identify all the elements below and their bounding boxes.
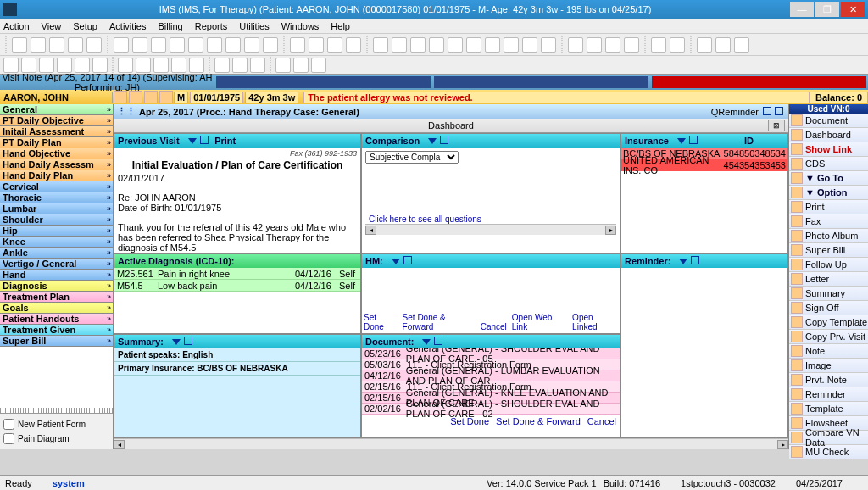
toolbar-icon[interactable] [290,37,305,53]
panel-toggle-icon[interactable] [689,136,698,144]
rnav-summary[interactable]: Summary [789,287,868,301]
toolbar-icon[interactable] [373,37,388,53]
subtool-icon[interactable] [57,58,72,73]
document-row[interactable]: 05/23/16General (GENERAL) - SHOULDER EVA… [362,348,620,359]
panel-toggle-icon[interactable] [691,256,699,264]
collapse-icon[interactable] [428,138,437,144]
hm-link[interactable]: Set Done [364,313,398,331]
toolbar-icon[interactable] [448,37,463,53]
document-row[interactable]: 04/12/16General (GENERAL) - LUMBAR EVALU… [362,370,620,381]
subtool-icon[interactable] [250,58,265,73]
nav-pt-daily-objective[interactable]: PT Daily Objective» [0,115,113,126]
subtool-icon[interactable] [136,58,151,73]
document-row[interactable]: 02/02/16General (GENERAL) - SHOULDER EVA… [362,404,620,415]
menu-billing[interactable]: Billing [158,21,182,31]
nav-diagnosis[interactable]: Diagnosis» [0,281,113,292]
subtool-icon[interactable] [293,58,309,73]
scroll-left-icon[interactable]: ◂ [365,226,376,235]
patient-icon[interactable] [129,91,142,103]
subtool-icon[interactable] [171,58,186,73]
toolbar-icon[interactable] [151,37,166,53]
toolbar-icon[interactable] [263,37,278,53]
toolbar-icon[interactable] [309,37,324,53]
rnav-copy-template[interactable]: Copy Template [789,315,868,330]
menu-reports[interactable]: Reports [195,21,228,31]
diagnosis-row[interactable]: M54.5Low back pain04/12/16Self [114,280,360,292]
toolbar-icon[interactable] [734,37,749,53]
patient-icon[interactable] [159,91,173,103]
rnav-copy-prv-visit[interactable]: Copy Prv. Visit [789,330,868,344]
qreminder-toggle-icon[interactable] [763,107,771,115]
toolbar-icon[interactable] [132,37,147,53]
toolbar-icon[interactable] [188,37,203,53]
subtool-icon[interactable] [118,58,133,73]
menu-setup[interactable]: Setup [73,21,97,31]
toolbar-icon[interactable] [485,37,500,53]
visit-close-icon[interactable] [652,76,866,88]
panel-toggle-icon[interactable] [200,136,209,144]
toolbar-icon[interactable] [715,37,731,53]
rnav-photo-album[interactable]: Photo Album [789,229,868,243]
see-all-questions-link[interactable]: Click here to see all questions [365,214,616,224]
doc-action-link[interactable]: Set Done [450,416,489,426]
print-link[interactable]: Print [214,136,236,146]
rnav-document[interactable]: Document [789,114,868,128]
nav-hand-objective[interactable]: Hand Objective» [0,148,113,159]
dashboard-close-icon[interactable]: ⊠ [768,120,785,131]
hm-link[interactable]: Open Web Link [512,313,567,331]
toolbar-icon[interactable] [429,37,444,53]
toolbar-icon[interactable] [670,37,685,53]
scroll-left-icon[interactable]: ◂ [114,440,125,449]
panel-toggle-icon[interactable] [440,136,448,144]
toolbar-icon[interactable] [392,37,407,53]
hm-link[interactable]: Set Done & Forward [403,313,476,331]
subtool-icon[interactable] [3,58,19,73]
subtool-icon[interactable] [311,58,326,73]
toolbar-icon[interactable] [624,37,639,53]
subtool-icon[interactable] [232,58,248,73]
comparison-select[interactable]: Subjective Compla [365,151,459,164]
nav-patient-handouts[interactable]: Patient Handouts» [0,314,113,325]
toolbar-icon[interactable] [410,37,426,53]
collapse-icon[interactable] [679,259,687,264]
visit-maximize-icon[interactable] [434,76,648,88]
nav-pt-daily-plan[interactable]: PT Daily Plan» [0,137,113,148]
check-pain-diagram[interactable]: Pain Diagram [3,432,109,446]
menu-help[interactable]: Help [331,21,350,31]
nav-super-bill[interactable]: Super Bill» [0,336,113,347]
nav-knee[interactable]: Knee» [0,237,113,248]
maximize-button[interactable]: ❐ [815,2,839,17]
toolbar-icon[interactable] [114,37,129,53]
rnav-sign-off[interactable]: Sign Off [789,301,868,315]
panel-toggle-icon[interactable] [184,337,192,345]
nav-general[interactable]: General» [0,104,113,115]
rnav-follow-up[interactable]: Follow Up [789,258,868,272]
insurance-row[interactable]: UNITED AMERICAN INS. CO454354353453 [621,159,787,171]
subtool-icon[interactable] [75,58,90,73]
rnav-super-bill[interactable]: Super Bill [789,243,868,258]
panel-toggle-icon[interactable] [434,337,442,345]
qreminder-toggle-icon[interactable] [775,107,783,115]
toolbar-icon[interactable] [244,37,259,53]
toolbar-icon[interactable] [170,37,185,53]
toolbar-icon[interactable] [225,37,241,53]
nav-treatment-given[interactable]: Treatment Given» [0,325,113,336]
visit-minimize-icon[interactable] [216,76,431,88]
nav-vertigo-general[interactable]: Vertigo / General» [0,259,113,270]
nav-treatment-plan[interactable]: Treatment Plan» [0,292,113,303]
subtool-icon[interactable] [39,58,54,73]
subtool-icon[interactable] [189,58,204,73]
toolbar-icon[interactable] [327,37,342,53]
scroll-right-icon[interactable]: ▸ [777,440,788,449]
rnav-prvt-note[interactable]: Prvt. Note [789,373,868,387]
rnav-compare-vn-data[interactable]: Compare VN Data [789,431,868,445]
scroll-right-icon[interactable]: ▸ [605,226,616,235]
nav-goals[interactable]: Goals» [0,303,113,314]
collapse-icon[interactable] [422,339,431,345]
toolbar-icon[interactable] [697,37,712,53]
toolbar-icon[interactable] [68,37,83,53]
nav-hand[interactable]: Hand» [0,270,113,281]
rnav-dashboard[interactable]: Dashboard [789,128,868,142]
collapse-icon[interactable] [172,339,181,345]
panel-toggle-icon[interactable] [403,256,412,264]
